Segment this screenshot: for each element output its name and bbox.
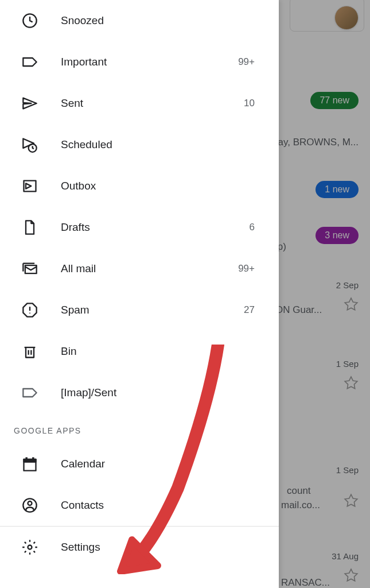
trash-icon bbox=[22, 343, 38, 359]
email-preview-text: RANSAC... bbox=[281, 577, 330, 588]
nav-count: 6 bbox=[250, 222, 265, 233]
nav-label: Bin bbox=[61, 345, 255, 358]
nav-item-scheduled[interactable]: Scheduled bbox=[0, 124, 279, 165]
email-preview-text: Bay, BROWNS, M... bbox=[271, 137, 359, 148]
nav-item-snoozed[interactable]: Snoozed bbox=[0, 0, 279, 41]
nav-label: Snoozed bbox=[61, 14, 255, 27]
nav-label: Sent bbox=[61, 97, 244, 110]
section-header-google-apps: GOOGLE APPS bbox=[0, 413, 279, 443]
nav-label: Outbox bbox=[61, 180, 255, 192]
nav-label: Drafts bbox=[61, 221, 250, 234]
nav-item-important[interactable]: Important 99+ bbox=[0, 41, 279, 83]
stacked-mail-icon bbox=[22, 261, 38, 277]
badge-new: 3 new bbox=[316, 227, 359, 244]
badge-new: 1 new bbox=[316, 181, 359, 198]
scheduled-icon bbox=[22, 137, 38, 153]
email-preview-text: count bbox=[287, 485, 311, 497]
nav-item-imap-sent[interactable]: [Imap]/Sent bbox=[0, 372, 279, 413]
nav-item-outbox[interactable]: Outbox bbox=[0, 165, 279, 207]
clock-icon bbox=[22, 13, 38, 29]
email-preview-text: mail.co... bbox=[281, 500, 320, 511]
nav-label: Settings bbox=[61, 541, 265, 554]
badge-new: 77 new bbox=[310, 92, 359, 109]
star-outline-icon[interactable] bbox=[344, 568, 359, 583]
nav-item-drafts[interactable]: Drafts 6 bbox=[0, 207, 279, 248]
nav-item-contacts[interactable]: Contacts bbox=[0, 485, 279, 526]
star-outline-icon[interactable] bbox=[344, 376, 359, 390]
nav-item-calendar[interactable]: Calendar bbox=[0, 443, 279, 485]
email-date: 1 Sep bbox=[336, 465, 359, 475]
outbox-icon bbox=[22, 178, 38, 194]
contacts-icon bbox=[22, 497, 38, 513]
nav-count: 99+ bbox=[238, 263, 265, 274]
nav-item-settings[interactable]: Settings bbox=[0, 527, 279, 568]
nav-label: Scheduled bbox=[61, 138, 255, 151]
email-date: 31 Aug bbox=[332, 551, 359, 561]
svg-point-13 bbox=[28, 501, 32, 505]
label-icon bbox=[22, 385, 38, 401]
nav-label: Contacts bbox=[61, 499, 265, 512]
nav-label: Calendar bbox=[61, 458, 265, 470]
nav-label: All mail bbox=[61, 262, 238, 275]
important-icon bbox=[22, 54, 38, 70]
svg-point-14 bbox=[28, 546, 32, 550]
nav-label: Spam bbox=[61, 304, 244, 316]
nav-label: Important bbox=[61, 56, 238, 68]
nav-label: [Imap]/Sent bbox=[61, 386, 255, 399]
nav-count: 10 bbox=[244, 98, 265, 109]
star-outline-icon[interactable] bbox=[344, 297, 359, 312]
nav-item-allmail[interactable]: All mail 99+ bbox=[0, 248, 279, 289]
gear-icon bbox=[22, 539, 38, 555]
send-icon bbox=[22, 95, 38, 111]
email-date: 1 Sep bbox=[336, 359, 359, 369]
nav-count: 99+ bbox=[238, 56, 265, 68]
navigation-drawer: Snoozed Important 99+ Sent 10 Scheduled … bbox=[0, 0, 279, 588]
email-preview-text: ON Guar... bbox=[275, 304, 322, 316]
star-outline-icon[interactable] bbox=[344, 493, 359, 508]
nav-item-sent[interactable]: Sent 10 bbox=[0, 83, 279, 124]
calendar-icon bbox=[22, 456, 38, 472]
nav-item-bin[interactable]: Bin bbox=[0, 331, 279, 372]
avatar[interactable] bbox=[334, 6, 359, 30]
spam-icon bbox=[22, 302, 38, 318]
file-icon bbox=[22, 219, 38, 235]
email-date: 2 Sep bbox=[336, 280, 359, 290]
nav-count: 27 bbox=[244, 304, 265, 316]
nav-item-spam[interactable]: Spam 27 bbox=[0, 289, 279, 331]
